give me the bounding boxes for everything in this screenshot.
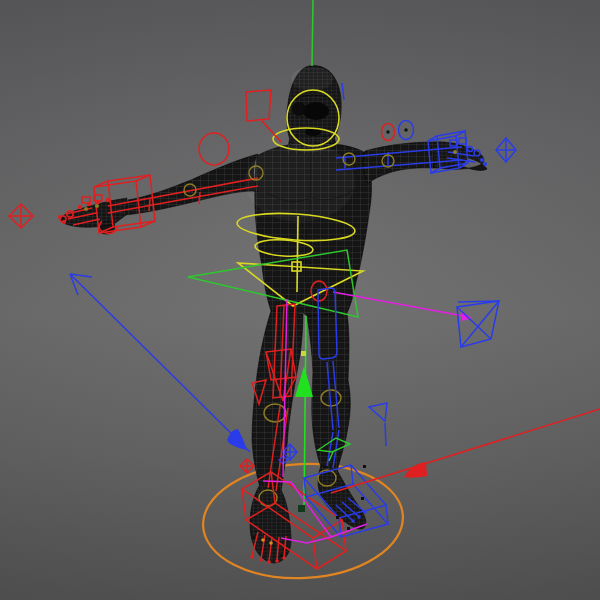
space-diamond-right[interactable]	[496, 138, 516, 162]
eye-target-right[interactable]	[399, 121, 414, 140]
eye-target-left[interactable]	[382, 124, 395, 141]
diagonal-arrow-blue[interactable]	[70, 274, 250, 452]
space-diamond-far-left[interactable]	[9, 204, 33, 228]
pole-vector-pyramid[interactable]	[457, 301, 499, 347]
knee-triangle-right[interactable]	[369, 403, 387, 446]
root-axis-line[interactable]	[312, 0, 313, 66]
diagonal-arrow-red[interactable]	[331, 409, 600, 493]
viewport-canvas[interactable]	[0, 0, 600, 600]
shoulder-fk-circle-left[interactable]	[199, 133, 229, 165]
viewport-3d[interactable]	[0, 0, 600, 600]
ground-circle[interactable]	[200, 459, 406, 583]
head-locator-line[interactable]	[342, 83, 344, 100]
